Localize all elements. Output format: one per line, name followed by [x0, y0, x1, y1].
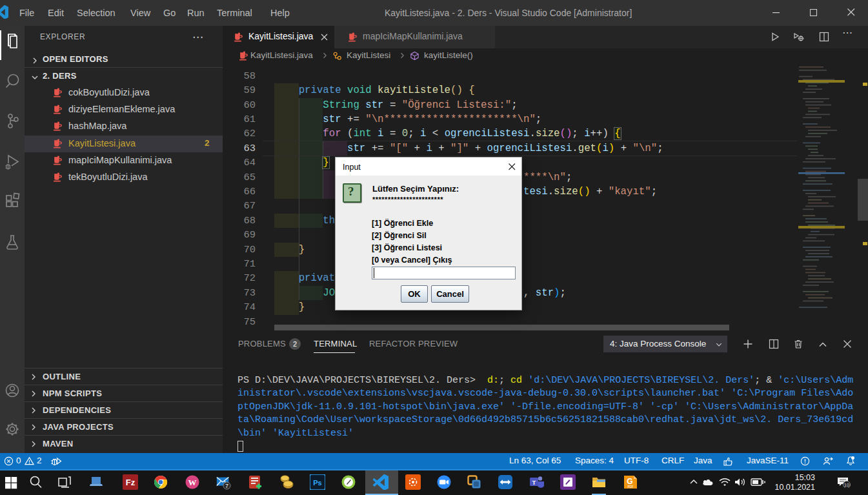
svg-text:W: W [188, 478, 197, 487]
svg-text:PDF: PDF [628, 485, 634, 489]
svg-text:10: 10 [844, 482, 849, 488]
svg-text:T: T [532, 479, 536, 486]
svg-text:G: G [627, 477, 632, 486]
svg-text:7: 7 [225, 483, 228, 489]
svg-text:Ps: Ps [313, 479, 321, 487]
svg-text:Fz: Fz [126, 478, 136, 487]
